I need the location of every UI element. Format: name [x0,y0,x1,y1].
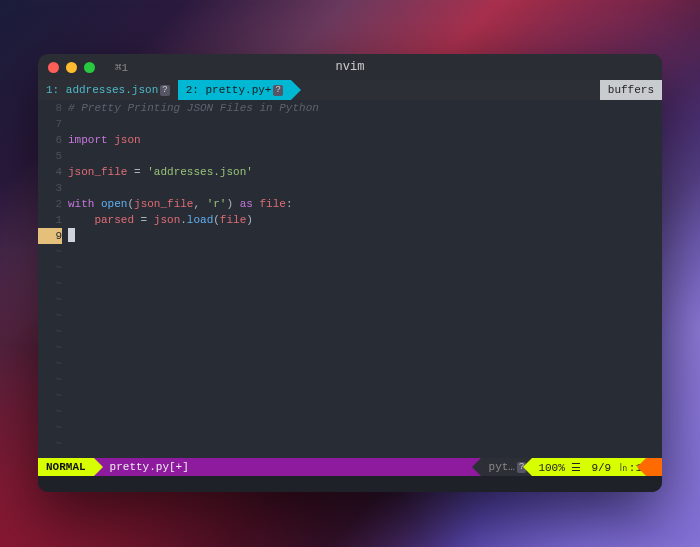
line-number: 5 [38,148,62,164]
code-line: import json [68,132,662,148]
tilde: ~ [38,308,62,324]
code-line-cursor [68,228,662,244]
mode-segment: NORMAL [38,458,94,476]
bufferline: 1: addresses.json ? 2: pretty.py+ ? buff… [38,80,662,100]
buffer-tab-index: 2: [186,84,199,96]
line-number: 8 [38,100,62,116]
buffer-tab-index: 1: [46,84,59,96]
buffer-tab-1[interactable]: 1: addresses.json ? [38,80,178,100]
tilde: ~ [38,244,62,260]
titlebar: ⌘1 nvim [38,54,662,80]
line-number: 7 [38,116,62,132]
code-line [68,148,662,164]
tilde: ~ [38,388,62,404]
file-segment: pretty.py[+] [94,458,197,476]
tilde: ~ [38,372,62,388]
line-number: 4 [38,164,62,180]
code-line [68,180,662,196]
tilde: ~ [38,340,62,356]
tilde: ~ [38,292,62,308]
tilde: ~ [38,324,62,340]
code-line [68,116,662,132]
tilde: ~ [38,404,62,420]
line-number: 2 [38,196,62,212]
gutter: 8 7 6 5 4 3 2 1 9 ~ ~ ~ ~ ~ ~ ~ ~ ~ ~ ~ … [38,100,68,458]
status-end-cap [646,458,662,476]
traffic-lights [48,62,95,73]
bufferline-label: buffers [600,80,662,100]
code-line: parsed = json.load(file) [68,212,662,228]
terminal-tab-label: ⌘1 [115,61,128,74]
zoom-icon[interactable] [84,62,95,73]
editor[interactable]: 8 7 6 5 4 3 2 1 9 ~ ~ ~ ~ ~ ~ ~ ~ ~ ~ ~ … [38,100,662,458]
statusline: NORMAL pretty.py[+] pyt… ? 100% ☰ 9/9 ㏑:… [38,458,662,476]
line-number-current: 9 [38,228,62,244]
cursor-icon [68,228,75,242]
minimize-icon[interactable] [66,62,77,73]
code-area[interactable]: # Pretty Printing JSON Files in Python i… [68,100,662,458]
modified-icon: ? [273,85,282,96]
code-line: with open(json_file, 'r') as file: [68,196,662,212]
window-title: nvim [38,60,662,74]
close-icon[interactable] [48,62,59,73]
line-number: 3 [38,180,62,196]
terminal-window: ⌘1 nvim 1: addresses.json ? 2: pretty.py… [38,54,662,492]
code-line: json_file = 'addresses.json' [68,164,662,180]
line-number: 6 [38,132,62,148]
percent-segment: 100% ☰ [532,458,587,476]
command-line[interactable] [38,476,662,492]
tilde: ~ [38,436,62,452]
code-line: # Pretty Printing JSON Files in Python [68,100,662,116]
line-number: 1 [38,212,62,228]
tilde: ~ [38,420,62,436]
buffer-tab-2[interactable]: 2: pretty.py+ ? [178,80,291,100]
tilde: ~ [38,260,62,276]
modified-icon: ? [160,85,169,96]
status-spacer [197,458,481,476]
tilde: ~ [38,356,62,372]
buffer-tab-name: addresses.json [66,84,158,96]
tilde: ~ [38,276,62,292]
buffer-tab-name: pretty.py+ [205,84,271,96]
